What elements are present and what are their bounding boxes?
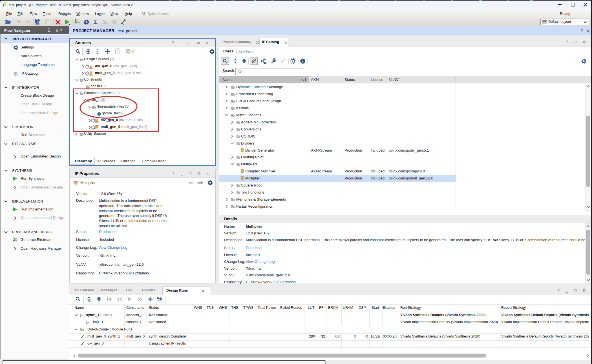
svg-text:01: 01	[15, 238, 17, 240]
svg-text:i: i	[302, 59, 303, 63]
svg-text:01: 01	[77, 19, 79, 21]
svg-text:10: 10	[15, 240, 17, 242]
svg-text:?: ?	[117, 50, 118, 53]
svg-text:10: 10	[77, 22, 79, 24]
